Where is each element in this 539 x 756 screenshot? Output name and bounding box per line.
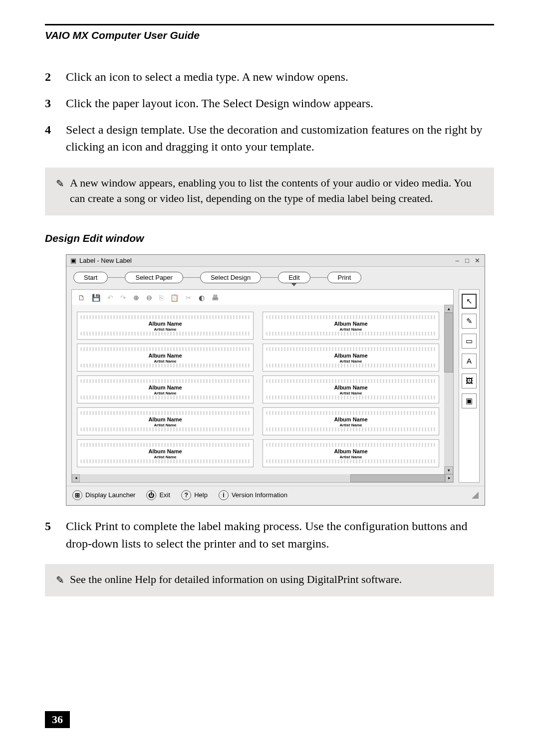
horizontal-scrollbar[interactable]: ◂ ▸ (72, 474, 453, 482)
label-template-card[interactable]: Album NameArtist Name (263, 407, 439, 435)
text-tool[interactable]: A (462, 354, 477, 369)
step-text: Click an icon to select a media type. A … (66, 68, 494, 86)
card-title: Album Name (80, 321, 250, 327)
copy-icon[interactable]: ⎘ (159, 294, 163, 302)
scroll-left-icon[interactable]: ◂ (72, 474, 80, 482)
new-icon[interactable]: 🗋 (78, 294, 85, 302)
card-title: Album Name (80, 416, 250, 422)
step-start[interactable]: Start (73, 272, 108, 283)
label-template-card[interactable]: Album NameArtist Name (263, 376, 439, 403)
scroll-thumb[interactable] (350, 474, 445, 482)
decoration-icon (80, 411, 250, 415)
close-button[interactable]: ✕ (474, 257, 481, 264)
decoration-icon (266, 443, 436, 447)
version-info-button[interactable]: i Version Information (219, 490, 287, 500)
scroll-right-icon[interactable]: ▸ (445, 474, 453, 482)
maximize-button[interactable]: □ (464, 257, 471, 264)
page-header: VAIO MX Computer User Guide (45, 29, 494, 41)
note-box: ✎ A new window appears, enabling you to … (45, 168, 494, 215)
page-number: 36 (45, 711, 70, 728)
launcher-icon: ⊞ (72, 490, 82, 500)
redo-icon[interactable]: ↷ (120, 294, 126, 302)
help-label: Help (194, 491, 208, 499)
card-title: Album Name (266, 321, 436, 327)
step-select-design[interactable]: Select Design (200, 272, 261, 283)
pointer-tool[interactable]: ↖ (462, 294, 477, 309)
decoration-icon (80, 459, 250, 463)
step-edit[interactable]: Edit (278, 272, 310, 283)
step-select-paper[interactable]: Select Paper (125, 272, 183, 283)
paste-icon[interactable]: 📋 (170, 294, 179, 302)
design-canvas[interactable]: Album NameArtist NameAlbum NameArtist Na… (72, 305, 444, 474)
card-title: Album Name (80, 448, 250, 454)
decoration-icon (266, 347, 436, 351)
canvas-panel: 🗋 💾 ↶ ↷ ⊕ ⊖ ⎘ 📋 ✂ ◐ 🖶 Album NameArtist N… (71, 289, 454, 483)
stamp-tool[interactable]: ▣ (462, 393, 477, 408)
decoration-icon (266, 411, 436, 415)
print-icon[interactable]: 🖶 (212, 294, 219, 302)
label-template-card[interactable]: Album NameArtist Name (263, 344, 439, 372)
decoration-icon (80, 379, 250, 383)
scroll-down-icon[interactable]: ▾ (444, 466, 453, 474)
window-footer: ⊞ Display Launcher ⏻ Exit ? Help i Versi… (66, 486, 485, 505)
help-button[interactable]: ? Help (181, 490, 208, 500)
card-subtitle: Artist Name (266, 327, 436, 332)
zoom-out-icon[interactable]: ⊖ (146, 294, 152, 302)
scroll-thumb[interactable] (444, 313, 453, 373)
decoration-icon (80, 443, 250, 447)
card-subtitle: Artist Name (80, 391, 250, 395)
window-title: Label - New Label (79, 257, 132, 264)
cut-icon[interactable]: ✂ (186, 294, 192, 302)
minimize-button[interactable]: – (454, 257, 461, 264)
label-template-card[interactable]: Album NameArtist Name (263, 439, 439, 467)
step-num: 4 (45, 121, 66, 156)
image-tool[interactable]: 🖼 (462, 374, 477, 388)
info-icon: i (219, 490, 229, 500)
card-title: Album Name (266, 384, 436, 390)
exit-button[interactable]: ⏻ Exit (146, 490, 170, 500)
rectangle-tool[interactable]: ▭ (462, 334, 477, 349)
undo-icon[interactable]: ↶ (107, 294, 113, 302)
zoom-in-icon[interactable]: ⊕ (133, 294, 139, 302)
resize-grip-icon[interactable] (472, 492, 479, 499)
app-icon: ▣ (70, 257, 76, 264)
step-text: Click the paper layout icon. The Select … (66, 95, 494, 112)
save-icon[interactable]: 💾 (92, 294, 100, 302)
card-subtitle: Artist Name (266, 423, 436, 427)
label-template-card[interactable]: Album NameArtist Name (77, 376, 254, 403)
step-print[interactable]: Print (327, 272, 362, 283)
version-label: Version Information (232, 491, 287, 499)
design-edit-window: ▣ Label - New Label – □ ✕ Start Select P… (66, 254, 485, 506)
decoration-icon (80, 332, 250, 336)
note-box: ✎ See the online Help for detailed infor… (45, 564, 494, 596)
card-subtitle: Artist Name (80, 455, 250, 459)
step-num: 5 (45, 518, 66, 553)
card-title: Album Name (266, 353, 436, 359)
decoration-icon (266, 459, 436, 463)
decoration-icon (80, 315, 250, 319)
figure-caption: Design Edit window (45, 232, 494, 244)
label-template-card[interactable]: Album NameArtist Name (77, 407, 254, 435)
steps-after: 5 Click Print to complete the label maki… (45, 518, 494, 553)
label-template-card[interactable]: Album NameArtist Name (77, 344, 254, 372)
display-launcher-button[interactable]: ⊞ Display Launcher (72, 490, 135, 500)
note-icon: ✎ (56, 572, 70, 587)
pen-tool[interactable]: ✎ (462, 314, 477, 329)
help-icon: ? (181, 490, 191, 500)
step-num: 3 (45, 95, 66, 112)
card-title: Album Name (80, 353, 250, 359)
label-template-card[interactable]: Album NameArtist Name (77, 312, 254, 340)
decoration-icon (266, 364, 436, 368)
step-text: Click Print to complete the label making… (66, 518, 494, 553)
card-subtitle: Artist Name (266, 359, 436, 364)
connector (261, 277, 278, 278)
scroll-up-icon[interactable]: ▴ (444, 305, 453, 313)
label-template-card[interactable]: Album NameArtist Name (263, 312, 439, 340)
card-title: Album Name (266, 448, 436, 454)
vertical-scrollbar[interactable]: ▴ ▾ (444, 305, 453, 474)
edit-toolbar: 🗋 💾 ↶ ↷ ⊕ ⊖ ⎘ 📋 ✂ ◐ 🖶 (72, 293, 453, 305)
connector (108, 277, 125, 278)
contrast-icon[interactable]: ◐ (199, 294, 205, 302)
card-title: Album Name (266, 416, 436, 422)
label-template-card[interactable]: Album NameArtist Name (77, 439, 254, 467)
